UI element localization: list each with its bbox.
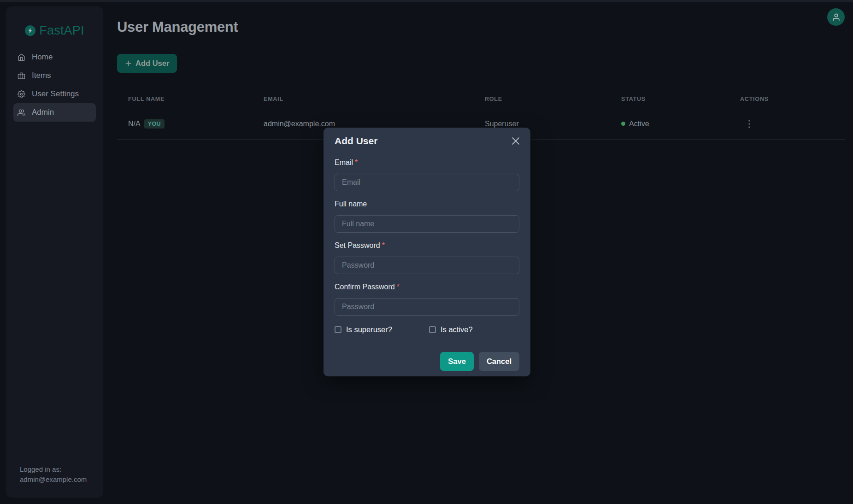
- status-active-dot: [621, 122, 625, 126]
- set-password-label: Set Password*: [335, 241, 519, 251]
- confirm-password-field[interactable]: [335, 298, 519, 316]
- logged-in-email: admin@example.com: [20, 475, 87, 485]
- row-actions-menu-button[interactable]: [747, 118, 752, 130]
- modal-footer: Save Cancel: [335, 352, 519, 371]
- confirm-password-label: Confirm Password*: [335, 283, 519, 292]
- table-header-row: Full name Email Role Status Actions: [117, 90, 845, 108]
- required-asterisk: *: [397, 283, 400, 291]
- sidebar: FastAPI Home Items User Settings Admin L…: [6, 6, 103, 498]
- checkbox-box[interactable]: [429, 326, 436, 333]
- plus-icon: [125, 60, 132, 67]
- is-superuser-checkbox[interactable]: Is superuser?: [335, 325, 392, 334]
- add-user-button[interactable]: Add User: [117, 54, 177, 73]
- cancel-button[interactable]: Cancel: [479, 352, 519, 371]
- required-asterisk: *: [355, 158, 358, 166]
- col-header-status: Status: [610, 96, 729, 102]
- you-badge: YOU: [144, 119, 165, 129]
- user-menu-avatar[interactable]: [827, 8, 845, 26]
- col-header-email: Email: [253, 96, 474, 102]
- logged-in-info: Logged in as: admin@example.com: [20, 464, 87, 485]
- ellipsis-vertical-icon: [748, 120, 750, 128]
- set-password-field-group: Set Password*: [335, 241, 519, 274]
- confirm-password-field-group: Confirm Password*: [335, 283, 519, 316]
- full-name-label: Full name: [335, 200, 519, 209]
- modal-title: Add User: [335, 135, 519, 147]
- cell-role: Superuser: [474, 120, 610, 128]
- close-icon: [512, 137, 519, 145]
- email-field-group: Email*: [335, 158, 519, 191]
- modal-checkbox-row: Is superuser? Is active?: [335, 325, 519, 334]
- user-icon: [832, 13, 841, 22]
- col-header-role: Role: [474, 96, 610, 102]
- gear-icon: [18, 90, 25, 98]
- checkbox-box[interactable]: [335, 326, 341, 333]
- sidebar-item-home[interactable]: Home: [13, 48, 96, 66]
- col-header-actions: Actions: [729, 96, 845, 102]
- modal-close-button[interactable]: [510, 135, 521, 147]
- cell-status: Active: [610, 120, 729, 128]
- sidebar-item-items[interactable]: Items: [13, 66, 96, 85]
- sidebar-item-label: Home: [32, 53, 53, 62]
- fastapi-logo: FastAPI: [6, 24, 103, 36]
- top-edge-strip: [0, 0, 853, 2]
- add-user-modal: Add User Email* Full name Set Password* …: [324, 128, 530, 376]
- save-button[interactable]: Save: [440, 352, 474, 371]
- cell-email: admin@example.com: [253, 120, 474, 128]
- sidebar-item-user-settings[interactable]: User Settings: [13, 85, 96, 103]
- logo-text: FastAPI: [39, 23, 84, 38]
- logged-in-label: Logged in as:: [20, 464, 87, 475]
- is-active-checkbox[interactable]: Is active?: [429, 325, 473, 334]
- users-icon: [18, 109, 25, 117]
- set-password-field[interactable]: [335, 257, 519, 274]
- sidebar-item-admin[interactable]: Admin: [13, 103, 96, 122]
- page-title: User Management: [117, 19, 238, 35]
- full-name-field-group: Full name: [335, 200, 519, 233]
- home-icon: [18, 53, 25, 61]
- email-field[interactable]: [335, 174, 519, 191]
- briefcase-icon: [18, 72, 25, 80]
- sidebar-item-label: User Settings: [32, 89, 79, 99]
- email-label: Email*: [335, 158, 519, 168]
- full-name-field[interactable]: [335, 215, 519, 233]
- cell-actions: [729, 118, 845, 130]
- cell-full-name: N/A YOU: [117, 119, 253, 129]
- col-header-full-name: Full name: [117, 96, 253, 102]
- fastapi-bolt-icon: [25, 25, 35, 36]
- required-asterisk: *: [382, 241, 385, 249]
- sidebar-item-label: Admin: [32, 108, 54, 117]
- add-user-label: Add User: [135, 59, 169, 68]
- sidebar-item-label: Items: [32, 71, 51, 80]
- sidebar-nav: Home Items User Settings Admin: [6, 48, 103, 122]
